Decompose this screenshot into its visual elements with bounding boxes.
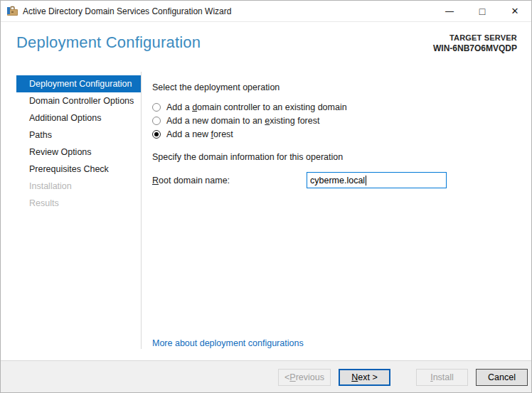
radio-label: Add a new forest (166, 129, 233, 139)
button-label-post: Cancel (488, 372, 516, 382)
wizard-toolbox-icon (6, 5, 18, 17)
nav-item-prerequisites-check[interactable]: Prerequisites Check (16, 161, 141, 178)
radio-label-post: orest (213, 129, 233, 139)
button-label-pre: < (284, 372, 289, 382)
root-domain-name-input[interactable]: cyberme.local (307, 172, 447, 188)
text-caret (366, 176, 366, 185)
radio-add-domain-controller[interactable]: Add a domain controller to an existing d… (152, 102, 347, 112)
target-server-name: WIN-6NB7O6MVQDP (433, 43, 517, 53)
radio-label-pre: Add a (166, 102, 192, 112)
radio-add-new-forest[interactable]: Add a new forest (152, 129, 233, 139)
title-bar: Active Directory Domain Services Configu… (1, 1, 531, 22)
minimize-button[interactable]: — (433, 1, 466, 21)
radio-label: Add a domain controller to an existing d… (166, 102, 347, 112)
radio-circle-unselected[interactable] (152, 117, 161, 125)
install-button[interactable]: Install (416, 369, 468, 386)
button-label-post: nstall (433, 372, 454, 382)
root-domain-name-value: cyberme.local (310, 176, 365, 185)
operation-section-heading: Select the deployment operation (152, 82, 280, 92)
page-title: Deployment Configuration (16, 33, 201, 52)
radio-label: Add a new domain to an existing forest (166, 116, 319, 126)
cancel-button[interactable]: Cancel (476, 369, 528, 386)
domain-section-heading: Specify the domain information for this … (152, 152, 343, 162)
radio-label-pre: Add a new (166, 129, 211, 139)
nav-item-installation: Installation (16, 178, 141, 195)
window-title: Active Directory Domain Services Configu… (23, 6, 231, 16)
nav-item-deployment-configuration[interactable]: Deployment Configuration (16, 75, 141, 92)
nav-item-review-options[interactable]: Review Options (16, 144, 141, 161)
target-server-label: TARGET SERVER (433, 33, 517, 42)
field-label-rest: oot domain name: (159, 176, 230, 185)
button-label-accel: P (289, 372, 295, 382)
footer-button-bar: < Previous Next > Install Cancel (1, 360, 531, 392)
nav-item-results: Results (16, 195, 141, 212)
button-label-post: revious (296, 372, 324, 382)
nav-item-domain-controller-options[interactable]: Domain Controller Options (16, 92, 141, 109)
button-label-accel: N (351, 372, 358, 382)
nav-item-additional-options[interactable]: Additional Options (16, 109, 141, 126)
next-button[interactable]: Next > (339, 369, 390, 386)
radio-label-post: omain controller to an existing domain (197, 102, 347, 112)
field-label-accel: R (152, 176, 159, 185)
window-controls: — □ ✕ (433, 1, 531, 21)
close-button[interactable]: ✕ (499, 1, 531, 21)
sidebar-divider (141, 72, 142, 349)
radio-label-pre: Add a new domain to an (166, 116, 265, 126)
radio-circle-unselected[interactable] (152, 103, 161, 112)
radio-circle-selected[interactable] (152, 130, 161, 139)
target-server-block: TARGET SERVER WIN-6NB7O6MVQDP (433, 33, 517, 53)
root-domain-name-label: Root domain name: (152, 176, 230, 185)
radio-label-post: xisting forest (270, 116, 319, 126)
more-about-deployment-link[interactable]: More about deployment configurations (152, 338, 304, 348)
wizard-window: Active Directory Domain Services Configu… (0, 0, 532, 393)
wizard-step-nav: Deployment Configuration Domain Controll… (16, 75, 141, 212)
maximize-button[interactable]: □ (466, 1, 499, 21)
nav-item-paths[interactable]: Paths (16, 126, 141, 144)
wizard-header: Deployment Configuration TARGET SERVER W… (1, 22, 531, 72)
radio-add-new-domain[interactable]: Add a new domain to an existing forest (152, 116, 319, 126)
previous-button[interactable]: < Previous (278, 369, 331, 386)
button-label-post: ext > (358, 372, 377, 382)
